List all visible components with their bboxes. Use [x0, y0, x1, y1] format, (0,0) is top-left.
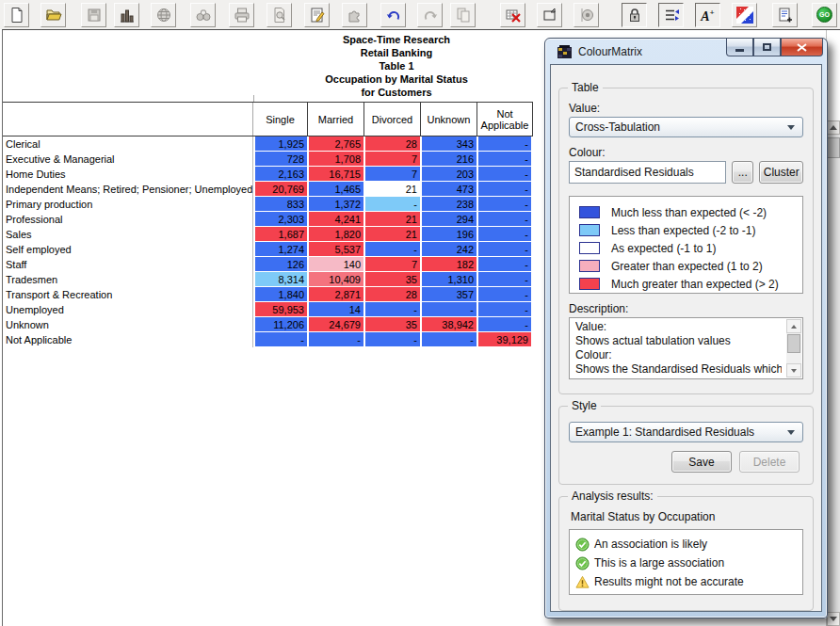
table-cell[interactable]: 1,708: [307, 152, 363, 167]
table-cell[interactable]: -: [477, 257, 533, 272]
row-label[interactable]: Transport & Recreation: [3, 287, 253, 302]
table-cell[interactable]: -: [477, 167, 533, 182]
row-label[interactable]: Independent Means; Retired; Pensioner; U…: [3, 182, 253, 197]
cluster-button[interactable]: Cluster: [759, 161, 803, 184]
table-cell[interactable]: 7: [363, 152, 420, 167]
scrollbar-thumb[interactable]: [787, 334, 800, 353]
table-vertical-scrollbar[interactable]: [827, 120, 840, 626]
scroll-down-button[interactable]: [827, 612, 840, 626]
table-cell[interactable]: 14: [307, 302, 363, 317]
delete-table-button[interactable]: [500, 3, 525, 27]
table-cell[interactable]: -: [363, 197, 420, 212]
table-cell[interactable]: 2,303: [253, 212, 307, 227]
scroll-up-button[interactable]: [827, 120, 840, 135]
scroll-down-button[interactable]: [786, 363, 801, 377]
edit-annotations-button[interactable]: [304, 3, 330, 27]
table-cell[interactable]: -: [253, 332, 307, 347]
table-cell[interactable]: 140: [307, 257, 363, 272]
row-label[interactable]: Clerical: [3, 136, 253, 152]
table-cell[interactable]: -: [307, 332, 363, 347]
table-cell[interactable]: 5,537: [307, 242, 363, 257]
table-cell[interactable]: 35: [363, 317, 420, 332]
table-cell[interactable]: -: [477, 272, 533, 287]
field-order-button[interactable]: [658, 3, 684, 27]
table-cell[interactable]: -: [363, 302, 420, 317]
table-cell[interactable]: 59,953: [253, 302, 307, 317]
row-label[interactable]: Executive & Managerial: [3, 152, 253, 167]
column-header[interactable]: Unknown: [420, 103, 477, 136]
open-file-button[interactable]: [40, 3, 66, 27]
table-cell[interactable]: 24,679: [307, 317, 363, 332]
go-button[interactable]: GO: [812, 3, 837, 27]
minimize-button[interactable]: [726, 39, 753, 56]
row-label[interactable]: Tradesmen: [3, 272, 253, 287]
table-cell[interactable]: -: [477, 152, 533, 167]
table-cell[interactable]: 182: [420, 257, 477, 272]
row-label[interactable]: Sales: [3, 227, 253, 242]
table-cell[interactable]: -: [477, 302, 533, 317]
table-cell[interactable]: -: [363, 332, 420, 347]
dialog-titlebar[interactable]: ColourMatrix: [545, 39, 827, 64]
table-cell[interactable]: 357: [420, 287, 477, 302]
table-cell[interactable]: 7: [363, 257, 420, 272]
column-header[interactable]: Not Applicable: [477, 103, 533, 136]
table-cell[interactable]: 1,310: [420, 272, 477, 287]
table-cell[interactable]: 1,465: [307, 182, 363, 197]
bar-chart-button[interactable]: [114, 3, 139, 27]
table-cell[interactable]: 10,409: [307, 272, 363, 287]
table-cell[interactable]: 196: [420, 227, 477, 242]
table-cell[interactable]: -: [363, 242, 420, 257]
table-cell[interactable]: 343: [420, 136, 477, 152]
row-label[interactable]: Unemployed: [3, 302, 253, 317]
row-label[interactable]: Professional: [3, 212, 253, 227]
browse-button[interactable]: ...: [732, 161, 753, 184]
table-cell[interactable]: 21: [363, 182, 420, 197]
table-cell[interactable]: 242: [420, 242, 477, 257]
table-cell[interactable]: 2,871: [307, 287, 363, 302]
font-size-button[interactable]: A+: [695, 3, 720, 27]
table-cell[interactable]: 473: [420, 182, 477, 197]
table-cell[interactable]: -: [420, 302, 477, 317]
style-combobox[interactable]: Example 1: Standardised Residuals: [569, 422, 803, 442]
table-cell[interactable]: 238: [420, 197, 477, 212]
row-label[interactable]: Not Applicable: [3, 332, 253, 347]
table-cell[interactable]: 1,925: [253, 136, 307, 152]
table-cell[interactable]: 728: [253, 152, 307, 167]
table-cell[interactable]: 38,942: [420, 317, 477, 332]
colour-matrix-button[interactable]: [732, 3, 757, 27]
new-document-button[interactable]: [4, 3, 29, 27]
table-cell[interactable]: 20,769: [253, 182, 307, 197]
table-cell[interactable]: 28: [363, 136, 420, 152]
scrollbar-thumb[interactable]: [827, 137, 840, 158]
table-cell[interactable]: 833: [253, 197, 307, 212]
lock-button[interactable]: [622, 3, 647, 27]
table-cell[interactable]: 1,274: [253, 242, 307, 257]
table-cell[interactable]: 28: [363, 287, 420, 302]
undo-button[interactable]: [380, 3, 406, 27]
table-cell[interactable]: 8,314: [253, 272, 307, 287]
table-cell[interactable]: -: [477, 287, 533, 302]
table-cell[interactable]: -: [477, 197, 533, 212]
description-scrollbar[interactable]: [786, 319, 801, 377]
row-label[interactable]: Staff: [3, 257, 253, 272]
table-cell[interactable]: -: [477, 242, 533, 257]
table-cell[interactable]: -: [477, 227, 533, 242]
table-cell[interactable]: 4,241: [307, 212, 363, 227]
table-cell[interactable]: -: [477, 317, 533, 332]
value-combobox[interactable]: Cross-Tabulation: [569, 117, 803, 137]
table-cell[interactable]: 21: [363, 227, 420, 242]
table-cell[interactable]: 7: [363, 167, 420, 182]
table-cell[interactable]: 1,820: [307, 227, 363, 242]
table-cell[interactable]: 35: [363, 272, 420, 287]
table-cell[interactable]: 216: [420, 152, 477, 167]
resize-table-button[interactable]: [537, 3, 562, 27]
table-cell[interactable]: 21: [363, 212, 420, 227]
table-cell[interactable]: 1,372: [307, 197, 363, 212]
table-cell[interactable]: 203: [420, 167, 477, 182]
table-cell[interactable]: 2,163: [253, 167, 307, 182]
table-cell[interactable]: 2,765: [307, 136, 363, 152]
column-header[interactable]: Divorced: [363, 103, 420, 136]
table-cell[interactable]: 39,129: [477, 332, 533, 347]
maximize-button[interactable]: [753, 39, 781, 56]
table-cell[interactable]: 16,715: [307, 167, 363, 182]
